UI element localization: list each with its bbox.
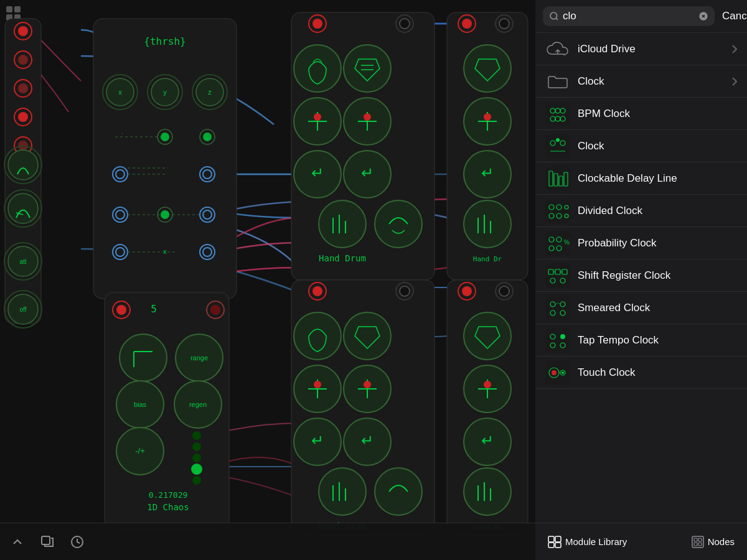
icloud-icon (545, 37, 570, 62)
svg-rect-237 (698, 538, 702, 541)
module-library-section[interactable]: Module Library (548, 536, 627, 548)
svg-text:z: z (208, 88, 212, 96)
svg-point-224 (560, 334, 565, 339)
icloud-drive-item[interactable]: iCloud Drive (535, 33, 747, 65)
share-icon[interactable] (40, 534, 55, 549)
up-arrow-icon[interactable] (10, 534, 25, 549)
svg-point-173 (550, 12, 557, 19)
svg-point-189 (556, 138, 560, 142)
svg-text:↵: ↵ (311, 432, 324, 449)
nodes-label: Nodes (708, 536, 735, 547)
svg-point-126 (192, 476, 201, 485)
clock-item[interactable]: Clock (535, 130, 747, 162)
svg-point-166 (464, 468, 511, 515)
svg-point-68 (344, 45, 391, 92)
svg-point-11 (18, 83, 28, 93)
svg-line-174 (556, 18, 558, 20)
svg-text:x: x (118, 88, 122, 96)
svg-rect-185 (545, 134, 570, 159)
bpm-clock-item[interactable]: BPM Clock (535, 98, 747, 130)
clock-folder-item[interactable]: Clock (535, 65, 747, 98)
divided-clock-item[interactable]: Divided Clock (535, 195, 747, 227)
svg-text:%: % (564, 239, 570, 246)
svg-point-125 (191, 464, 202, 475)
folder-icon (545, 69, 570, 94)
svg-text:Hand Dr: Hand Dr (473, 255, 502, 263)
svg-point-91 (499, 19, 509, 29)
sidebar: Cancel iCloud Drive Clock (535, 0, 747, 560)
svg-point-96 (484, 113, 491, 121)
svg-text:1D Chaos: 1D Chaos (147, 502, 189, 512)
svg-point-85 (375, 200, 422, 248)
probability-clock-item[interactable]: % Probability Clock (535, 227, 747, 259)
bpm-clock-thumbnail (545, 101, 570, 126)
search-bar: Cancel (535, 0, 747, 33)
svg-text:Hand Drum: Hand Drum (319, 253, 366, 263)
clockable-delay-item[interactable]: Clockable Delay Line (535, 162, 747, 195)
clock-label: Clock (578, 140, 737, 152)
svg-point-67 (294, 45, 341, 92)
svg-point-134 (294, 312, 341, 360)
search-input[interactable] (563, 10, 695, 22)
history-icon[interactable] (70, 534, 85, 549)
svg-text:5: 5 (151, 303, 157, 315)
bpm-clock-label: BPM Clock (578, 108, 737, 120)
bottom-bar: Module Library Nodes (535, 523, 747, 560)
svg-point-17 (8, 150, 38, 180)
svg-rect-216 (545, 296, 570, 320)
touch-thumbnail (545, 360, 570, 385)
prob-thumbnail: % (545, 231, 570, 256)
svg-text:·: · (121, 130, 123, 136)
svg-point-159 (464, 312, 511, 360)
clear-search-button[interactable] (698, 11, 708, 21)
svg-point-131 (312, 286, 322, 296)
svg-text:range: range (190, 354, 208, 362)
tap-tempo-item[interactable]: Tap Tempo Clock (535, 324, 747, 357)
svg-rect-195 (545, 198, 570, 223)
nodes-section[interactable]: Nodes (692, 536, 735, 548)
results-list: iCloud Drive Clock (535, 33, 747, 523)
svg-point-133 (400, 286, 410, 296)
cancel-button[interactable]: Cancel (720, 10, 747, 22)
svg-text:{thrsh}: {thrsh} (144, 35, 186, 47)
svg-point-13 (18, 112, 28, 122)
icloud-drive-label: iCloud Drive (578, 43, 725, 55)
svg-point-9 (18, 55, 28, 65)
svg-rect-221 (545, 328, 570, 353)
svg-text:-/+: -/+ (135, 446, 145, 455)
probability-clock-label: Probability Clock (578, 237, 737, 250)
svg-point-143 (364, 381, 371, 388)
svg-text:y: y (163, 88, 167, 96)
shift-register-label: Shift Register Clock (578, 269, 737, 282)
svg-point-41 (203, 133, 212, 141)
svg-point-106 (116, 305, 126, 315)
svg-point-109 (210, 305, 220, 315)
svg-point-64 (312, 19, 322, 29)
svg-text:off: off (20, 306, 27, 313)
shift-thumbnail (545, 263, 570, 288)
svg-rect-171 (42, 536, 50, 544)
svg-rect-178 (545, 101, 570, 126)
svg-text:↵: ↵ (361, 432, 374, 449)
touch-clock-item[interactable]: Touch Clock (535, 357, 747, 389)
svg-rect-233 (548, 543, 554, 548)
canvas-area[interactable]: att off {thrsh} x y z · (0, 0, 535, 560)
svg-rect-231 (548, 536, 554, 542)
smeared-clock-item[interactable]: Smeared Clock (535, 292, 747, 324)
svg-point-230 (561, 371, 564, 374)
svg-point-76 (364, 113, 371, 121)
search-input-wrapper (543, 6, 715, 26)
clock-folder-label: Clock (578, 75, 725, 88)
smeared-clock-label: Smeared Clock (578, 302, 737, 314)
chevron-right-icon (732, 77, 737, 86)
svg-point-19 (8, 194, 38, 223)
tap-thumbnail (545, 328, 570, 353)
svg-point-92 (464, 45, 511, 92)
svg-point-99 (464, 200, 511, 248)
svg-rect-2 (14, 6, 21, 12)
shift-register-item[interactable]: Shift Register Clock (535, 259, 747, 292)
svg-point-39 (161, 133, 169, 141)
svg-text:↵: ↵ (361, 164, 374, 181)
svg-rect-239 (698, 543, 702, 546)
svg-rect-235 (692, 536, 703, 548)
